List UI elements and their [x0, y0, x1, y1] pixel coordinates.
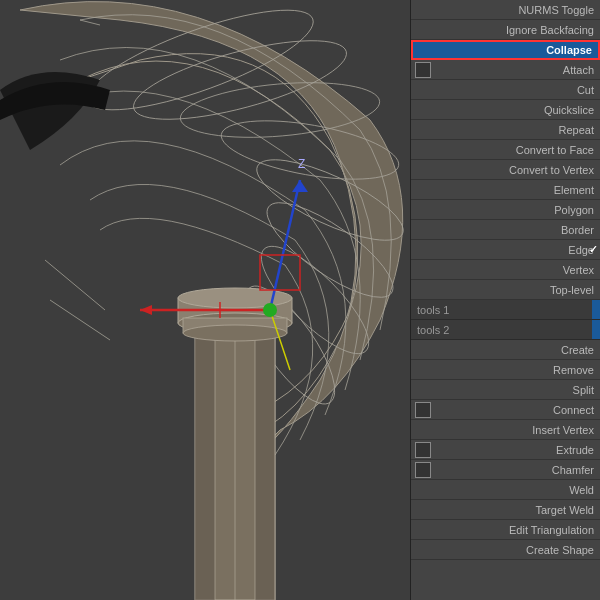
- convert-to-face-button[interactable]: Convert to Face: [411, 140, 600, 160]
- connect-button[interactable]: Connect: [411, 400, 600, 420]
- extrude-button[interactable]: Extrude: [411, 440, 600, 460]
- connect-checkbox[interactable]: [415, 402, 431, 418]
- chamfer-button[interactable]: Chamfer: [411, 460, 600, 480]
- edge-button[interactable]: Edge ✓: [411, 240, 600, 260]
- attach-checkbox[interactable]: [415, 62, 431, 78]
- polygon-button[interactable]: Polygon: [411, 200, 600, 220]
- svg-text:Z: Z: [298, 157, 305, 171]
- attach-button[interactable]: Attach: [411, 60, 600, 80]
- top-level-button[interactable]: Top-level: [411, 280, 600, 300]
- insert-vertex-button[interactable]: Insert Vertex: [411, 420, 600, 440]
- create-button[interactable]: Create: [411, 340, 600, 360]
- tools1-bar: [592, 300, 600, 319]
- create-shape-button[interactable]: Create Shape: [411, 540, 600, 560]
- chamfer-checkbox[interactable]: [415, 462, 431, 478]
- svg-point-28: [263, 303, 277, 317]
- repeat-button[interactable]: Repeat: [411, 120, 600, 140]
- 3d-viewport[interactable]: Z: [0, 0, 410, 600]
- tools2-bar: [592, 320, 600, 339]
- target-weld-button[interactable]: Target Weld: [411, 500, 600, 520]
- svg-rect-11: [255, 310, 275, 600]
- tools1-label: tools 1: [411, 300, 600, 320]
- weld-button[interactable]: Weld: [411, 480, 600, 500]
- vertex-button[interactable]: Vertex: [411, 260, 600, 280]
- border-button[interactable]: Border: [411, 220, 600, 240]
- convert-to-vertex-button[interactable]: Convert to Vertex: [411, 160, 600, 180]
- quickslice-button[interactable]: Quickslice: [411, 100, 600, 120]
- ignore-backfacing-button[interactable]: Ignore Backfacing: [411, 20, 600, 40]
- remove-button[interactable]: Remove: [411, 360, 600, 380]
- edit-triangulation-button[interactable]: Edit Triangulation: [411, 520, 600, 540]
- cut-button[interactable]: Cut: [411, 80, 600, 100]
- svg-point-20: [183, 325, 287, 341]
- element-button[interactable]: Element: [411, 180, 600, 200]
- svg-rect-10: [195, 310, 215, 600]
- collapse-button[interactable]: Collapse: [411, 40, 600, 60]
- split-button[interactable]: Split: [411, 380, 600, 400]
- tools2-label: tools 2: [411, 320, 600, 340]
- edge-tick: ✓: [589, 243, 598, 256]
- extrude-checkbox[interactable]: [415, 442, 431, 458]
- nurms-toggle-button[interactable]: NURMS Toggle: [411, 0, 600, 20]
- right-panel: NURMS Toggle Ignore Backfacing Collapse …: [410, 0, 600, 600]
